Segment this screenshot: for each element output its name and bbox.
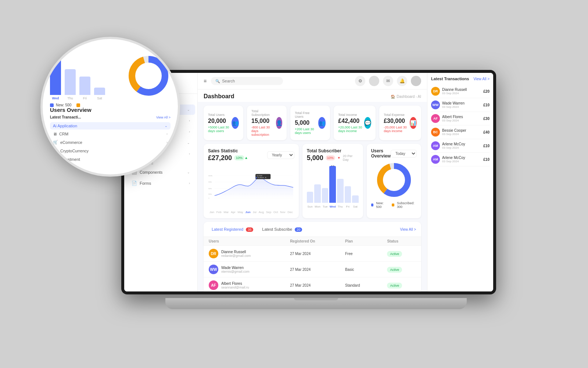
settings-icon[interactable]: ⚙ xyxy=(355,76,365,86)
svg-text:0: 0 xyxy=(208,197,209,199)
transaction-amount: £20 xyxy=(483,89,490,93)
magnifier-users-overview-title: Users Overview xyxy=(50,107,171,113)
transactions-list: DR Dianne Russell 03 Sep 2024 £20 WW Wad… xyxy=(431,85,490,166)
search-box[interactable]: 🔍 xyxy=(211,77,283,85)
sidebar-label-forms: Forms xyxy=(140,181,151,185)
header-actions: ⚙ ✉ 🔔 xyxy=(355,76,421,86)
transaction-left: AM Arlene McCoy 03 Sep 2024 xyxy=(431,155,465,164)
stat-free-icon: 👥 xyxy=(318,117,326,129)
user-status: Active xyxy=(382,246,421,262)
breadcrumb-icon: 🏠 xyxy=(391,95,395,99)
user-plan: Standard xyxy=(340,277,382,292)
users-overview-period[interactable]: Today Weekly xyxy=(391,150,417,158)
chevron-components: ⌄ xyxy=(187,170,190,174)
transaction-amount: £10 xyxy=(483,103,490,107)
user-email: seannand@mail.ru xyxy=(221,286,249,289)
user-avatar xyxy=(411,76,421,86)
tab-registered-badge: 35 xyxy=(246,227,253,232)
magnifier-bar-fri xyxy=(79,77,90,95)
sidebar-item-forms[interactable]: 📄 Forms › xyxy=(126,178,195,188)
legend-new: New: 500 xyxy=(376,201,387,209)
stat-users-value: 20,000 xyxy=(208,118,232,124)
transaction-left: BC Bessie Cooper 03 Sep 2024 xyxy=(431,128,466,137)
user-name: Albert Flores xyxy=(221,282,249,286)
magnifier-bar-label-wed: Wed xyxy=(52,96,59,100)
subscriber-per-day: 20 Per Day xyxy=(343,154,359,162)
svg-text:$25k: $25k xyxy=(208,188,212,190)
chevron-forms: › xyxy=(189,181,190,185)
tab-registered[interactable]: Latest Registered 35 xyxy=(209,226,256,233)
charts-row: Sales Statistic £27,200 10% ▲ Yearly xyxy=(198,144,427,222)
breadcrumb-text: Dashboard - AI xyxy=(397,95,421,99)
col-registered: Registered On xyxy=(285,237,340,246)
magnifier-ecommerce[interactable]: 🛒eCommerce› xyxy=(50,138,171,146)
user-status: Active xyxy=(382,262,421,277)
user-cell: DR Dianne Russell redanie@gmail.com xyxy=(204,246,285,262)
transaction-date: 03 Sep 2024 xyxy=(442,105,465,109)
mail-icon[interactable]: ✉ xyxy=(383,76,393,86)
transaction-amount: £10 xyxy=(483,158,490,162)
transaction-date: 03 Sep 2024 xyxy=(442,146,465,149)
user-status: Active xyxy=(382,277,421,292)
transaction-amount: £40 xyxy=(483,130,490,134)
magnifier-crm[interactable]: 🖥CRM› xyxy=(50,130,171,138)
user-cell: WW Wade Warren xternis@gmail.com xyxy=(204,262,285,277)
menu-icon[interactable]: ≡ xyxy=(204,78,207,84)
laptop-base xyxy=(165,298,467,309)
stat-sub-icon: 👤 xyxy=(276,117,282,129)
transaction-left: AF Albert Flores 03 Sep 2024 xyxy=(431,114,463,123)
stat-users-change: +5000 Last 30 days users xyxy=(208,125,232,133)
main-content: ≡ 🔍 ⚙ ✉ 🔔 xyxy=(198,73,427,291)
subscriber-chart-title: Total Subscriber xyxy=(307,148,359,153)
magnifier-ai-application[interactable]: Ai Application⌄ xyxy=(50,122,171,130)
bell-icon[interactable]: 🔔 xyxy=(397,76,407,86)
user-avatar: AF xyxy=(209,280,218,290)
sales-chart-value: £27,200 xyxy=(208,154,232,162)
transaction-name: Wade Warren xyxy=(442,101,465,105)
search-input[interactable] xyxy=(222,79,279,83)
stat-income-value: £42,400 xyxy=(338,118,364,124)
search-icon: 🔍 xyxy=(215,79,220,83)
transaction-avatar: BC xyxy=(431,128,440,137)
sales-chart-card: Sales Statistic £27,200 10% ▲ Yearly xyxy=(204,144,299,218)
transaction-amount: £30 xyxy=(483,117,490,121)
sales-period-select[interactable]: Yearly Monthly xyxy=(267,151,294,159)
user-plan: Basic xyxy=(340,262,382,277)
magnifier-investment[interactable]: 👤Investment› xyxy=(50,155,171,163)
transaction-avatar: DR xyxy=(431,87,440,96)
table-view-all[interactable]: View All > xyxy=(400,227,416,231)
table-row: AF Albert Flores seannand@mail.ru 27 Mar… xyxy=(204,277,421,292)
transactions-title: Latest Transactions xyxy=(431,77,469,81)
page-title: Dashboard xyxy=(204,93,234,100)
transaction-left: AM Arlene McCoy 03 Sep 2024 xyxy=(431,141,465,150)
tab-group: Latest Registered 35 Latest Subscribe 20 xyxy=(209,226,305,233)
chevron-ai: ⌄ xyxy=(187,108,190,112)
magnifier-cryptocurrency[interactable]: 🪙CryptoCurrency⌄ xyxy=(50,147,171,155)
transaction-name: Dianne Russell xyxy=(442,88,467,92)
magnifier-view-all[interactable]: View All > xyxy=(156,116,171,119)
col-status: Status xyxy=(382,237,421,246)
transaction-name: Bessie Cooper xyxy=(442,128,466,132)
stat-users-label: Total Users xyxy=(208,113,232,117)
stat-free-users: Total Free Users 5,000 +200 Last 30 days… xyxy=(290,106,330,140)
sales-chart-x-labels: JanFebMarAprMayJunJulAugSepOctNovDec xyxy=(208,210,294,214)
transaction-date: 03 Sep 2024 xyxy=(442,119,463,122)
transaction-item: WW Wade Warren 03 Sep 2024 £10 xyxy=(431,98,490,112)
svg-text:$10k: $10k xyxy=(208,193,212,195)
stat-income: Total Income £42,400 +20,000 Last 30 day… xyxy=(334,106,376,140)
sales-chart-badge: 10% xyxy=(234,155,244,160)
table-section: Latest Registered 35 Latest Subscribe 20… xyxy=(198,222,427,291)
transaction-avatar: AM xyxy=(431,155,440,164)
transaction-item: DR Dianne Russell 03 Sep 2024 £20 xyxy=(431,85,490,98)
right-panel-header: Latest Transactions View All > xyxy=(431,77,490,81)
svg-text:Jun 2024: Jun 2024 xyxy=(257,175,262,177)
transaction-item: BC Bessie Cooper 03 Sep 2024 £40 xyxy=(431,125,490,139)
magnifier-bar-label-fri: Fri xyxy=(83,96,87,100)
header: ≡ 🔍 ⚙ ✉ 🔔 xyxy=(198,73,427,89)
magnifier-legend-new-dot xyxy=(50,103,54,107)
tab-subscribe[interactable]: Latest Subscribe 20 xyxy=(259,226,305,233)
table-header: Latest Registered 35 Latest Subscribe 20… xyxy=(204,222,421,237)
transaction-date: 03 Sep 2024 xyxy=(442,132,466,136)
sales-line-chart: $100k $50k $25k $10k 0 xyxy=(208,165,294,209)
transactions-view-all[interactable]: View All > xyxy=(474,77,490,81)
